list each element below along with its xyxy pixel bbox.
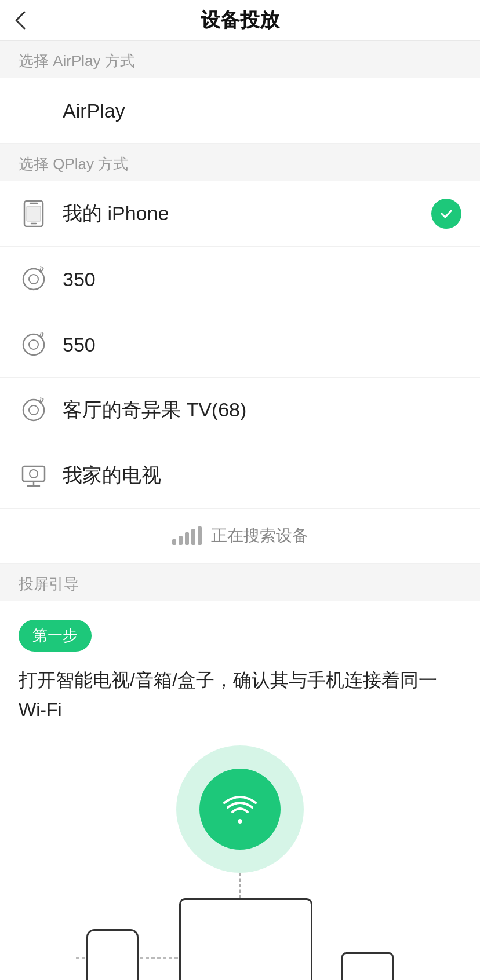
- speaker-icon-550: [19, 330, 49, 360]
- wifi-signal-icon: [220, 789, 260, 829]
- tv-icon: [19, 460, 49, 491]
- wifi-inner-circle: [199, 769, 281, 850]
- speaker-icon-350: [19, 264, 49, 294]
- qplay-item-550-label: 550: [63, 334, 461, 356]
- qplay-item-iphone[interactable]: 我的 iPhone: [0, 181, 480, 247]
- svg-point-7: [29, 340, 38, 349]
- qplay-item-iphone-label: 我的 iPhone: [63, 200, 431, 227]
- svg-point-5: [29, 275, 38, 284]
- phone-body: [86, 929, 139, 980]
- svg-rect-2: [27, 206, 41, 221]
- guide-section-label: 投屏引导: [0, 564, 480, 601]
- airplay-item-label: AirPlay: [63, 100, 461, 122]
- qplay-item-my-tv-label: 我家的电视: [63, 462, 461, 489]
- step-description: 打开智能电视/音箱/盒子，确认其与手机连接着同一Wi-Fi: [19, 665, 461, 725]
- qplay-item-350-label: 350: [63, 268, 461, 291]
- airplay-section-label: 选择 AirPlay 方式: [0, 41, 480, 78]
- qplay-item-living-room-tv[interactable]: 客厅的奇异果 TV(68): [0, 378, 480, 443]
- device-small: [341, 952, 394, 980]
- back-button[interactable]: [14, 10, 27, 31]
- monitor-body: [179, 898, 312, 980]
- illustration: [19, 745, 461, 980]
- qplay-item-550[interactable]: 550: [0, 312, 480, 378]
- selected-check: [431, 199, 461, 229]
- device-monitor: [179, 898, 312, 980]
- qplay-item-living-room-tv-label: 客厅的奇异果 TV(68): [63, 397, 461, 423]
- step-badge: 第一步: [19, 620, 92, 652]
- guide-content: 第一步 打开智能电视/音箱/盒子，确认其与手机连接着同一Wi-Fi: [0, 601, 480, 980]
- svg-rect-10: [23, 466, 45, 481]
- page-title: 设备投放: [201, 7, 279, 34]
- svg-point-11: [30, 470, 38, 478]
- search-status-bar: 正在搜索设备: [0, 509, 480, 564]
- qplay-item-my-tv[interactable]: 我家的电视: [0, 443, 480, 509]
- svg-point-9: [29, 405, 38, 415]
- header: 设备投放: [0, 0, 480, 41]
- small-device-body: [341, 952, 394, 980]
- device-phone: [86, 929, 139, 980]
- dashed-line-vertical: [239, 873, 241, 898]
- airplay-icon: [19, 96, 49, 126]
- search-status-text: 正在搜索设备: [211, 525, 308, 547]
- qplay-item-350[interactable]: 350: [0, 247, 480, 312]
- qplay-section-label: 选择 QPlay 方式: [0, 144, 480, 181]
- wifi-outer-ring: [176, 745, 304, 873]
- airplay-item[interactable]: AirPlay: [0, 78, 480, 144]
- phone-icon: [19, 199, 49, 229]
- speaker-icon-tv: [19, 395, 49, 425]
- signal-bars-icon: [172, 526, 202, 545]
